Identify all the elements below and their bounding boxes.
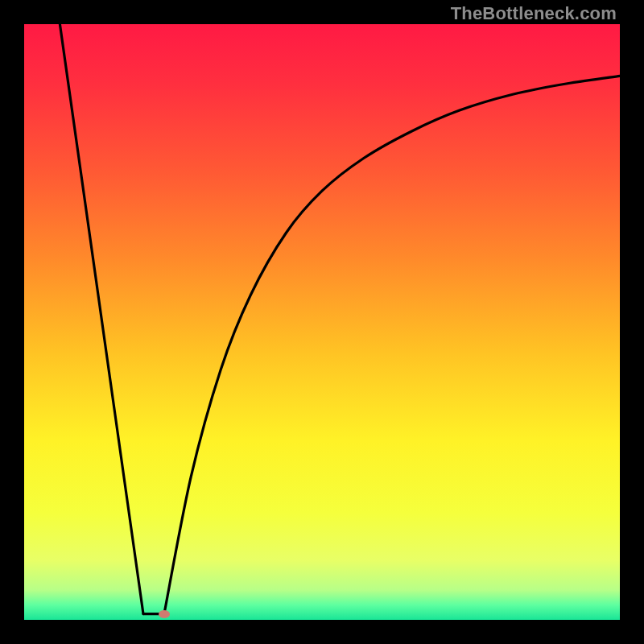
watermark-text: TheBottleneck.com: [451, 3, 617, 24]
gradient-canvas: [24, 24, 620, 620]
chart-frame: TheBottleneck.com: [0, 0, 644, 644]
plot-area: [24, 24, 620, 620]
frame-border-bottom: [0, 620, 644, 644]
minimum-marker: [159, 610, 170, 618]
frame-border-right: [620, 0, 644, 644]
frame-border-left: [0, 0, 24, 644]
